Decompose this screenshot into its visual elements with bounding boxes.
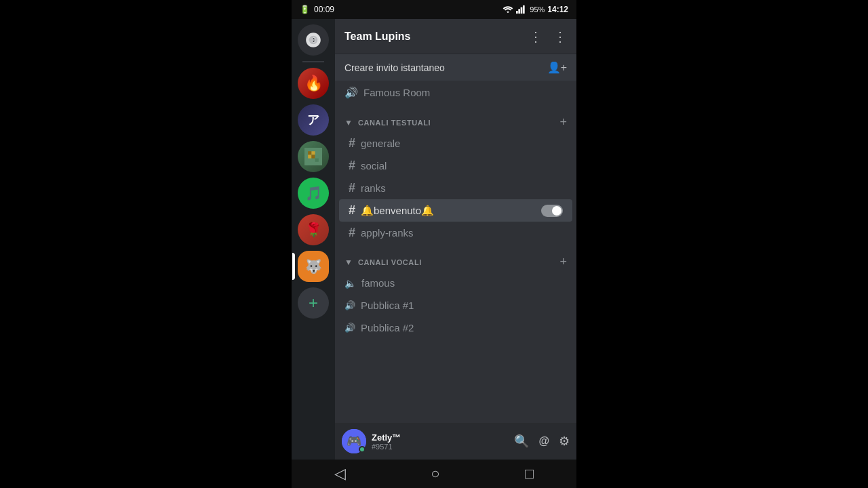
chevron-down-icon: ▼: [344, 118, 353, 127]
channel-header: Team Lupins ⋮ ⋮: [335, 19, 576, 54]
user-avatar: 🎮: [342, 429, 366, 453]
invite-text: Creare invito istantaneo: [344, 62, 445, 73]
status-right: 95% 14:12: [502, 5, 568, 14]
server-icon-active-wrapper: 🐺: [298, 251, 329, 282]
svg-rect-10: [315, 155, 319, 158]
svg-rect-1: [519, 9, 521, 14]
svg-rect-7: [311, 151, 315, 155]
channel-apply-ranks[interactable]: # apply-ranks: [339, 222, 572, 244]
nav-bar: ◁ ○ □: [292, 460, 576, 488]
home-button[interactable]: ○: [417, 461, 453, 487]
channel-name-benvenuto: 🔔benvenuto🔔: [361, 205, 434, 217]
speaker-pubblica2-icon: 🔊: [344, 323, 355, 333]
server-icon-music[interactable]: 🎵: [298, 178, 329, 209]
user-info: 🎮 Zetly™ #9571: [342, 429, 401, 453]
channel-benvenuto[interactable]: # 🔔benvenuto🔔: [339, 199, 572, 222]
notification-toggle[interactable]: [541, 205, 563, 217]
svg-rect-6: [308, 151, 311, 155]
channel-name-pubblica2: Pubblica #2: [361, 322, 414, 333]
clock: 14:12: [547, 5, 568, 14]
header-icons: ⋮ ⋮: [529, 28, 567, 45]
channel-generale[interactable]: # generale: [339, 132, 572, 155]
chevron-vocali-icon: ▼: [344, 258, 353, 267]
hash-icon: #: [349, 136, 355, 150]
hash-icon: #: [349, 181, 355, 195]
channel-panel: Team Lupins ⋮ ⋮ Creare invito istantaneo…: [335, 19, 576, 460]
settings-action-icon[interactable]: ⚙: [559, 434, 570, 449]
speaker-pubblica1-icon: 🔊: [344, 300, 355, 310]
invite-user-icon: 👤+: [547, 61, 567, 74]
hash-icon: #: [349, 226, 355, 240]
section-header-left: ▼ CANALI TESTUALI: [344, 118, 431, 127]
server-icon-team[interactable]: [298, 24, 329, 56]
channel-name-generale: generale: [361, 138, 400, 149]
svg-rect-11: [315, 159, 319, 162]
voice-channel-pubblica2[interactable]: 🔊 Pubblica #2: [335, 317, 576, 339]
channel-name-famous-room: Famous Room: [363, 87, 430, 98]
username: Zetly™: [372, 432, 401, 443]
svg-rect-0: [516, 11, 518, 14]
hash-icon: #: [349, 203, 355, 218]
channel-name-ranks: ranks: [361, 182, 386, 194]
status-bar: 🔋 00:09 95% 14:12: [292, 0, 576, 19]
channel-name-pubblica1: Pubblica #1: [361, 300, 414, 311]
server-name: Team Lupins: [344, 30, 411, 43]
server-icon-fire[interactable]: 🔥: [298, 68, 329, 99]
mention-action-icon[interactable]: @: [538, 435, 549, 447]
server-icon-mc[interactable]: [298, 141, 329, 172]
speaker-icon: 🔊: [344, 86, 358, 99]
signal-icon: [516, 5, 527, 14]
channel-name-social: social: [361, 160, 387, 171]
voice-channel-pubblica1[interactable]: 🔊 Pubblica #1: [335, 294, 576, 317]
time-left: 00:09: [314, 5, 334, 14]
battery-pct: 95%: [530, 5, 545, 14]
add-text-channel-button[interactable]: +: [559, 115, 567, 129]
section-canali-testuali[interactable]: ▼ CANALI TESTUALI +: [335, 104, 576, 132]
section-title-vocali: CANALI VOCALI: [358, 258, 422, 266]
battery-icon: 🔋: [300, 5, 310, 14]
recents-button[interactable]: □: [511, 461, 547, 487]
discord-container: 🔥 ア 🎵: [292, 19, 576, 460]
voice-speaker-icon: 🔈: [344, 278, 356, 289]
add-server-button[interactable]: +: [298, 287, 329, 319]
svg-rect-2: [521, 7, 523, 14]
user-actions: 🔍 @ ⚙: [514, 434, 570, 449]
channel-name-famous: famous: [361, 277, 395, 289]
invite-banner[interactable]: Creare invito istantaneo 👤+: [335, 54, 576, 81]
voice-channel-famous[interactable]: 🔈 famous: [335, 272, 576, 294]
add-voice-channel-button[interactable]: +: [559, 255, 567, 269]
channel-social[interactable]: # social: [339, 155, 572, 177]
extra-icon[interactable]: ⋮: [553, 28, 567, 45]
back-button[interactable]: ◁: [321, 461, 359, 487]
section-header-vocali-left: ▼ CANALI VOCALI: [344, 258, 422, 267]
svg-rect-8: [308, 155, 311, 158]
voice-channel-famous-room[interactable]: 🔊 Famous Room: [335, 81, 576, 104]
online-status-dot: [359, 446, 366, 453]
active-indicator: [292, 253, 295, 280]
search-action-icon[interactable]: 🔍: [514, 434, 529, 449]
channel-list: 🔊 Famous Room ▼ CANALI TESTUALI + # gene…: [335, 81, 576, 423]
svg-rect-3: [523, 5, 525, 14]
more-options-icon[interactable]: ⋮: [529, 28, 542, 45]
section-title-testuali: CANALI TESTUALI: [358, 119, 431, 127]
svg-rect-9: [311, 155, 315, 158]
channel-ranks[interactable]: # ranks: [339, 177, 572, 199]
server-sidebar: 🔥 ア 🎵: [292, 19, 335, 460]
server-icon-flower[interactable]: 🌹: [298, 214, 329, 245]
channel-name-apply-ranks: apply-ranks: [361, 227, 414, 239]
section-canali-vocali[interactable]: ▼ CANALI VOCALI +: [335, 244, 576, 272]
server-icon-anime[interactable]: ア: [298, 104, 329, 136]
user-names: Zetly™ #9571: [372, 432, 401, 451]
user-bar: 🎮 Zetly™ #9571 🔍 @ ⚙: [335, 423, 576, 460]
hash-icon: #: [349, 159, 355, 173]
server-divider: [302, 61, 324, 62]
server-icon-active[interactable]: 🐺: [298, 251, 329, 282]
user-tag: #9571: [372, 443, 401, 451]
wifi-icon: [502, 5, 513, 14]
status-left: 🔋 00:09: [300, 5, 334, 14]
